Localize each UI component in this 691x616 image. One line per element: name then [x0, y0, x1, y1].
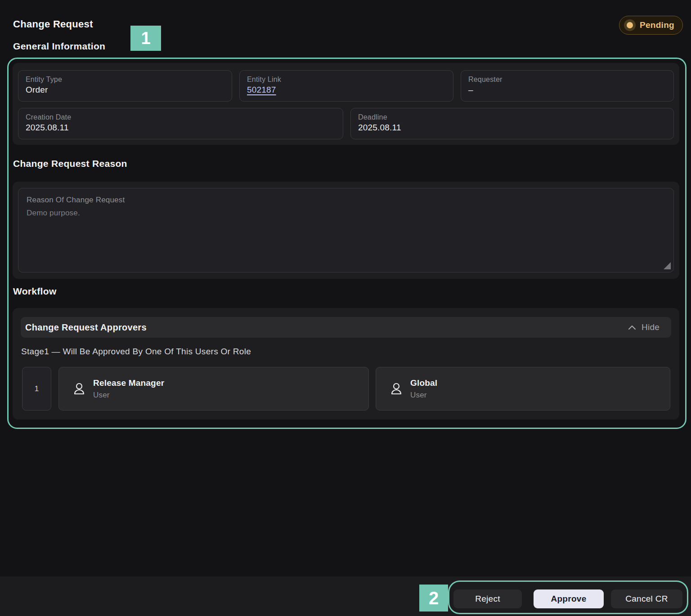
field-entity-link: Entity Link 502187 — [239, 70, 453, 102]
entity-type-label: Entity Type — [26, 76, 224, 84]
reason-textarea-label: Reason Of Change Request — [27, 196, 665, 205]
reject-button[interactable]: Reject — [453, 589, 522, 608]
creation-date-label: Creation Date — [26, 113, 336, 121]
reason-panel: Reason Of Change Request Demo purpose. — [13, 182, 679, 279]
chevron-up-icon — [628, 325, 636, 330]
requester-label: Requester — [468, 76, 666, 84]
requester-value: – — [468, 85, 666, 95]
reason-textarea-value: Demo purpose. — [27, 209, 665, 218]
general-information-heading: General Information — [13, 41, 105, 52]
hide-button[interactable]: Hide — [628, 322, 660, 332]
resize-handle-icon[interactable] — [664, 262, 671, 269]
status-badge: Pending — [619, 16, 683, 35]
cancel-cr-button[interactable]: Cancel CR — [611, 589, 682, 608]
approvers-header-bar: Change Request Approvers Hide — [21, 317, 671, 338]
entity-type-value: Order — [26, 85, 224, 95]
status-dot-icon — [624, 19, 636, 31]
user-icon — [390, 382, 403, 396]
annotation-badge-1: 1 — [130, 26, 161, 51]
deadline-value: 2025.08.11 — [358, 123, 666, 133]
workflow-heading: Workflow — [13, 286, 57, 297]
general-information-panel: Entity Type Order Entity Link 502187 Req… — [13, 63, 679, 145]
status-label: Pending — [640, 20, 674, 30]
creation-date-value: 2025.08.11 — [26, 123, 336, 133]
deadline-label: Deadline — [358, 113, 666, 121]
stage-number-box: 1 — [22, 367, 51, 411]
approver-type: User — [410, 391, 437, 400]
workflow-panel: Change Request Approvers Hide Stage1 — W… — [13, 308, 679, 420]
stage-description: Stage1 — Will Be Approved By One Of This… — [21, 347, 251, 357]
approvers-title: Change Request Approvers — [23, 322, 147, 333]
field-creation-date: Creation Date 2025.08.11 — [18, 108, 343, 139]
approver-name: Global — [410, 378, 437, 388]
hide-button-label: Hide — [642, 322, 660, 332]
approve-button[interactable]: Approve — [534, 589, 604, 608]
reason-heading: Change Request Reason — [13, 158, 127, 169]
approver-type: User — [93, 391, 164, 400]
field-entity-type: Entity Type Order — [18, 70, 232, 102]
approver-card-release-manager: Release Manager User — [58, 367, 369, 411]
change-request-page: Change Request Pending General Informati… — [0, 0, 691, 616]
annotation-badge-2: 2 — [419, 585, 448, 612]
field-requester: Requester – — [461, 70, 674, 102]
field-deadline: Deadline 2025.08.11 — [350, 108, 674, 139]
page-title: Change Request — [13, 18, 93, 30]
entity-link-value[interactable]: 502187 — [247, 85, 276, 95]
reason-textarea[interactable]: Reason Of Change Request Demo purpose. — [18, 188, 674, 272]
approver-card-global: Global User — [376, 367, 670, 411]
entity-link-label: Entity Link — [247, 76, 446, 84]
user-icon — [72, 382, 86, 396]
approver-name: Release Manager — [93, 378, 164, 388]
